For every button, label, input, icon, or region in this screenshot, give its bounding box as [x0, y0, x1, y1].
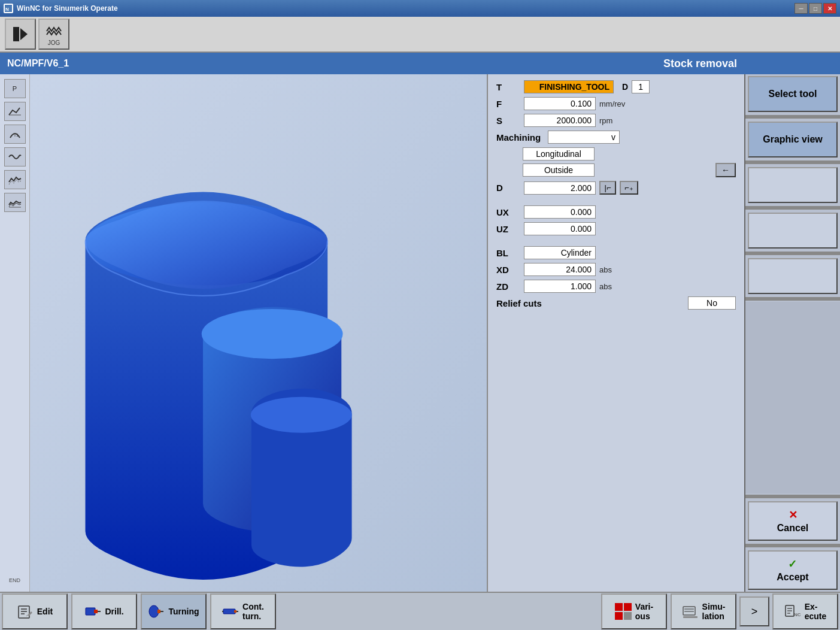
drill-icon	[84, 603, 101, 620]
ux-label: UX	[496, 207, 520, 217]
close-button[interactable]: ✕	[823, 3, 836, 14]
cancel-label: Cancel	[777, 523, 808, 534]
right-divider6	[745, 495, 840, 498]
svg-marker-3	[20, 28, 28, 40]
svg-text:1: 1	[16, 133, 19, 137]
params-panel: T FINISHING_TOOL D 1 F 0.100 mm/rev S 20…	[487, 74, 744, 592]
nav-arrow-button[interactable]: >	[739, 596, 769, 626]
ux-value[interactable]: 0.000	[524, 205, 596, 219]
main-layout: NC/MPF/V6_1 Stock removal P 1	[0, 53, 840, 630]
longitudinal-row: Longitudinal	[496, 147, 736, 160]
edit-button[interactable]: Edit	[2, 593, 68, 629]
graphic-view-button[interactable]: Graphic view	[748, 122, 838, 158]
end-label: END	[9, 577, 20, 583]
t-row: T FINISHING_TOOL D 1	[496, 80, 736, 93]
svg-text:NC: NC	[794, 612, 801, 617]
wave-icon	[8, 151, 22, 163]
machining-arrow: v	[611, 132, 615, 142]
accept-icon: ✓	[788, 558, 797, 571]
d-label: D	[622, 82, 628, 92]
various-button[interactable]: Vari-ous	[601, 593, 667, 629]
various-label: Vari-ous	[635, 602, 653, 621]
jog-icon	[46, 23, 62, 40]
s-label: S	[496, 116, 520, 126]
play-icon	[12, 26, 29, 43]
d2-value[interactable]: 2.000	[524, 181, 596, 195]
drill-label: Drill.	[105, 607, 123, 616]
arrow-button[interactable]: ←	[715, 163, 736, 177]
sidebar-item-p[interactable]: P	[4, 79, 26, 98]
right-divider7	[745, 544, 840, 547]
nav-arrow-label: >	[751, 605, 758, 618]
play-button[interactable]	[5, 19, 36, 50]
f-value[interactable]: 0.100	[524, 97, 596, 110]
window-controls: ─ □ ✕	[794, 3, 836, 14]
svg-rect-22	[223, 609, 235, 614]
minimize-button[interactable]: ─	[794, 3, 808, 14]
longitudinal-value[interactable]: Longitudinal	[523, 147, 595, 160]
sidebar-item-contour[interactable]	[4, 102, 26, 121]
d2-row: D 2.000 |⌐ ⌐₊	[496, 181, 736, 195]
uz-value[interactable]: 0.000	[524, 222, 596, 235]
cont-turn-label: Cont.turn.	[242, 602, 264, 621]
svg-line-15	[26, 615, 28, 616]
t-value[interactable]: FINISHING_TOOL	[524, 80, 614, 93]
header-bar: NC/MPF/V6_1 Stock removal	[0, 53, 840, 74]
machining-label: Machining	[496, 132, 544, 143]
content-area: P 1	[0, 74, 840, 592]
svg-point-10	[251, 397, 352, 433]
uz-row: UZ 0.000	[496, 222, 736, 235]
svg-rect-11	[19, 606, 29, 618]
s-value[interactable]: 2000.000	[524, 114, 596, 127]
accept-label: Accept	[777, 572, 808, 583]
svg-rect-17	[94, 610, 98, 613]
outside-value[interactable]: Outside	[523, 163, 595, 177]
edit-icon	[17, 603, 34, 620]
graphic-view-label: Graphic view	[763, 134, 823, 145]
svg-rect-20	[157, 610, 160, 613]
select-tool-button[interactable]: Select tool	[748, 76, 838, 112]
corner-icon1[interactable]: |⌐	[599, 181, 616, 195]
sidebar-item-finishing[interactable]	[4, 193, 26, 212]
nc-path: NC/MPF/V6_1	[7, 58, 69, 69]
drill-button[interactable]: Drill.	[71, 593, 137, 629]
outside-row: Outside ←	[496, 163, 736, 177]
sidebar-item-wave[interactable]	[4, 147, 26, 166]
f-label: F	[496, 99, 520, 109]
cancel-button[interactable]: ✕ Cancel	[748, 501, 838, 541]
sidebar-item-radius[interactable]: 1	[4, 125, 26, 144]
bottom-bar: Edit Drill. Turning	[0, 592, 840, 630]
zd-row: ZD 1.000 abs	[496, 280, 736, 293]
relief-label: Relief cuts	[496, 298, 568, 308]
right-panel: Select tool Graphic view ✕ Cancel	[744, 74, 840, 592]
corner-icon2[interactable]: ⌐₊	[620, 181, 638, 195]
toolbar: JOG	[0, 17, 840, 53]
execute-button[interactable]: NC Ex-ecute	[772, 593, 838, 629]
relief-value[interactable]: No	[688, 296, 736, 310]
jog-button[interactable]: JOG	[38, 19, 69, 50]
accept-button[interactable]: ✓ Accept	[748, 550, 838, 590]
machining-select[interactable]: v	[548, 131, 620, 144]
svg-point-19	[149, 605, 159, 617]
t-label: T	[496, 82, 520, 92]
maximize-button[interactable]: □	[809, 3, 822, 14]
cont-turn-button[interactable]: Cont.turn.	[210, 593, 276, 629]
bl-row: BL Cylinder	[496, 246, 736, 259]
xd-label: XD	[496, 265, 520, 275]
turning-button[interactable]: Turning	[141, 593, 207, 629]
cnc-part-illustration	[30, 74, 487, 592]
finishing-icon	[8, 196, 22, 208]
zd-value[interactable]: 1.000	[524, 280, 596, 293]
contour-icon	[8, 105, 22, 117]
sidebar-item-roughing[interactable]	[4, 170, 26, 189]
xd-unit: abs	[599, 265, 629, 274]
execute-label: Ex-ecute	[805, 602, 827, 621]
xd-value[interactable]: 24.000	[524, 263, 596, 276]
d-value[interactable]: 1	[632, 80, 650, 93]
simulation-button[interactable]: Simu-lation	[671, 593, 736, 629]
svg-rect-26	[683, 607, 695, 615]
bl-value[interactable]: Cylinder	[524, 246, 596, 259]
relief-row: Relief cuts No	[496, 296, 736, 310]
empty-btn3	[748, 258, 838, 294]
roughing-icon	[8, 174, 22, 186]
